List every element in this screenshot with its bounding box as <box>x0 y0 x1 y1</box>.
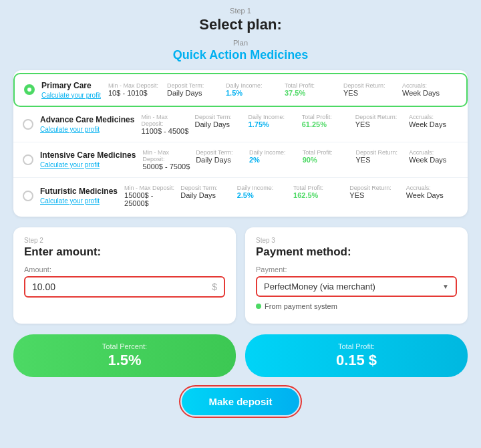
plan-return-futuristic: Deposit Return: YES <box>349 185 402 207</box>
plan-total-primary: Total Profit: 37.5% <box>285 82 339 97</box>
plan-accrual-primary: Accruals: Week Days <box>402 82 457 97</box>
plan-stats-advance: Min - Max Deposit: 1100$ - 4500$ Deposit… <box>141 114 458 135</box>
plan-minmax-intensive: Min - Max Deposit: 5000$ - 7500$ <box>142 149 192 171</box>
plan-sublabel: Plan <box>13 39 468 47</box>
plan-minmax-primary: Min - Max Deposit: 10$ - 1010$ <box>108 82 163 97</box>
plan-accrual-futuristic: Accruals: Week Days <box>406 185 458 207</box>
plan-row-intensive[interactable]: Intensive Care Medicines Calculate your … <box>13 142 468 178</box>
plan-term-futuristic: Deposit Term: Daily Days <box>180 185 232 207</box>
plan-term-advance: Deposit Term: Daily Days <box>195 114 245 135</box>
total-profit-pill: Total Profit: 0.15 $ <box>245 334 468 377</box>
plan-return-advance: Deposit Return: YES <box>355 114 405 135</box>
dropdown-arrow-icon: ▼ <box>442 283 449 290</box>
amount-input-wrapper: $ <box>24 276 225 298</box>
total-profit-value: 0.15 $ <box>259 352 454 369</box>
plans-container: Primary Care Calculate your profit Min -… <box>13 70 468 217</box>
plan-stats-intensive: Min - Max Deposit: 5000$ - 7500$ Deposit… <box>142 149 458 171</box>
plan-link-primary[interactable]: Calculate your profit <box>41 92 102 99</box>
total-percent-value: 1.5% <box>27 352 222 369</box>
plan-minmax-futuristic: Min - Max Deposit: 15000$ - 25000$ <box>124 185 176 207</box>
plan-link-intensive[interactable]: Calculate your profit <box>40 161 136 169</box>
step2-label: Step 2 <box>24 237 225 244</box>
plan-info-intensive: Intensive Care Medicines Calculate your … <box>40 150 136 169</box>
amount-label: Amount: <box>24 265 225 273</box>
plan-name-futuristic: Futuristic Medicines <box>40 187 118 197</box>
green-dot-icon <box>256 304 261 309</box>
total-profit-label: Total Profit: <box>259 342 454 350</box>
payment-method-title: Payment method: <box>256 245 457 259</box>
plan-radio-primary <box>24 84 35 95</box>
currency-symbol: $ <box>212 282 217 292</box>
plan-daily-intensive: Daily Income: 2% <box>249 149 299 171</box>
from-payment-text: From payment system <box>265 302 337 310</box>
plan-row-primary[interactable]: Primary Care Calculate your profit Min -… <box>13 73 468 107</box>
total-percent-label: Total Percent: <box>27 342 222 350</box>
plan-daily-futuristic: Daily Income: 2.5% <box>237 185 289 207</box>
plan-accrual-advance: Accruals: Week Days <box>409 114 458 135</box>
plan-info-advance: Advance Care Medicines Calculate your pr… <box>40 115 134 133</box>
plan-name-intensive: Intensive Care Medicines <box>40 150 136 161</box>
deposit-section: Make deposit <box>13 388 468 415</box>
plan-total-advance: Total Profit: 61.25% <box>302 114 351 135</box>
plan-accrual-intensive: Accruals: Week Days <box>409 149 458 171</box>
plan-link-advance[interactable]: Calculate your profit <box>40 126 134 133</box>
plan-stats-futuristic: Min - Max Deposit: 15000$ - 25000$ Depos… <box>124 185 458 207</box>
plan-total-intensive: Total Profit: 90% <box>303 149 352 171</box>
plan-row-futuristic[interactable]: Futuristic Medicines Calculate your prof… <box>13 178 468 214</box>
plan-row-advance[interactable]: Advance Care Medicines Calculate your pr… <box>13 107 468 142</box>
plan-total-futuristic: Total Profit: 162.5% <box>293 185 345 207</box>
plan-term-primary: Deposit Term: Daily Days <box>167 82 222 97</box>
make-deposit-button[interactable]: Make deposit <box>182 388 299 415</box>
plan-info-futuristic: Futuristic Medicines Calculate your prof… <box>40 187 118 205</box>
enter-amount-title: Enter amount: <box>24 245 225 259</box>
plan-return-primary: Deposit Return: YES <box>343 82 398 97</box>
from-payment-info: From payment system <box>256 302 457 310</box>
step1-label: Step 1 <box>13 7 468 15</box>
payment-select[interactable]: PerfectMoney (via merchant)BitcoinEthere… <box>264 282 442 292</box>
plan-name: Quick Action Medicines <box>13 48 468 62</box>
plan-link-futuristic[interactable]: Calculate your profit <box>40 197 118 205</box>
enter-amount-card: Step 2 Enter amount: Amount: $ <box>13 227 236 324</box>
page-title: Select plan: <box>13 16 468 33</box>
amount-input[interactable] <box>32 282 212 292</box>
payment-field-label: Payment: <box>256 265 457 273</box>
plan-stats-primary: Min - Max Deposit: 10$ - 1010$ Deposit T… <box>108 82 457 97</box>
plan-minmax-advance: Min - Max Deposit: 1100$ - 4500$ <box>141 114 190 135</box>
payment-select-wrapper: PerfectMoney (via merchant)BitcoinEthere… <box>256 276 457 297</box>
plan-daily-primary: Daily Income: 1.5% <box>226 82 281 97</box>
step3-label: Step 3 <box>256 237 457 244</box>
plan-daily-advance: Daily Income: 1.75% <box>249 114 298 135</box>
plan-return-intensive: Deposit Return: YES <box>355 149 405 171</box>
plan-name-primary: Primary Care <box>41 81 102 92</box>
plan-term-intensive: Deposit Term: Daily Days <box>196 149 245 171</box>
plan-name-advance: Advance Care Medicines <box>40 115 134 126</box>
plan-radio-advance <box>23 119 33 130</box>
plan-info-primary: Primary Care Calculate your profit <box>41 81 102 99</box>
payment-method-card: Step 3 Payment method: Payment: PerfectM… <box>245 227 468 324</box>
total-percent-pill: Total Percent: 1.5% <box>13 334 236 377</box>
plan-radio-intensive <box>23 154 33 165</box>
plan-radio-futuristic <box>23 191 33 201</box>
